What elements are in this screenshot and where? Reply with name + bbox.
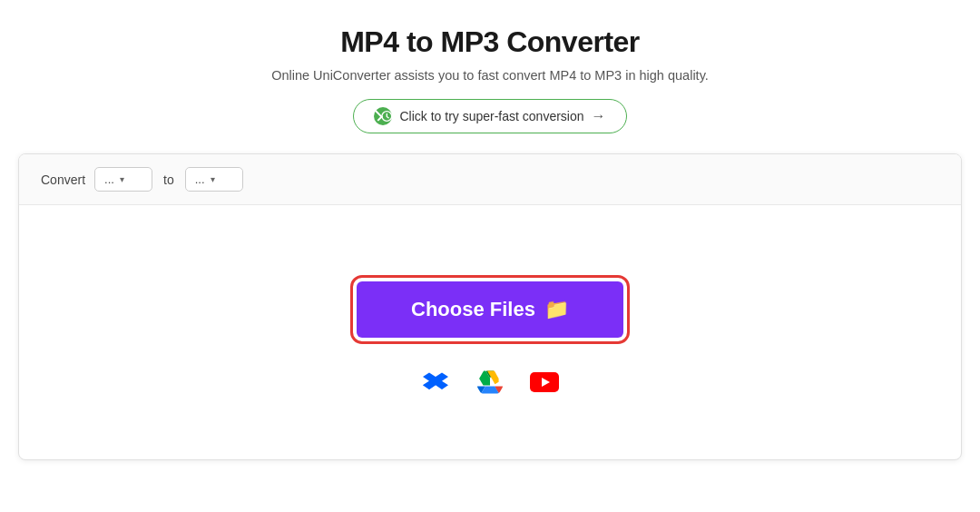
youtube-button[interactable] (525, 363, 564, 401)
to-label: to (163, 172, 174, 187)
convert-label: Convert (41, 172, 85, 187)
drop-zone: Choose Files 📁 (19, 205, 961, 459)
to-format-select[interactable]: ... ▾ (185, 167, 243, 192)
choose-files-button[interactable]: Choose Files 📁 (357, 281, 623, 338)
page-title: MP4 to MP3 Converter (340, 25, 640, 59)
to-format-chevron: ▾ (211, 174, 215, 184)
from-format-value: ... (104, 172, 114, 186)
toolbar-row: Convert ... ▾ to ... ▾ (19, 154, 961, 205)
to-format-value: ... (195, 172, 205, 186)
from-format-chevron: ▾ (120, 174, 124, 184)
subtitle: Online UniConverter assists you to fast … (271, 68, 709, 83)
from-format-select[interactable]: ... ▾ (94, 167, 152, 192)
super-fast-conversion-button[interactable]: Click to try super-fast conversion → (353, 99, 626, 133)
choose-files-label: Choose Files (411, 298, 535, 321)
cloud-icons-row (416, 363, 564, 401)
folder-icon: 📁 (544, 298, 569, 321)
main-panel: Convert ... ▾ to ... ▾ Choose Files 📁 (18, 153, 962, 460)
dropbox-button[interactable] (416, 363, 455, 401)
cta-label: Click to try super-fast conversion (399, 109, 583, 123)
page-wrapper: MP4 to MP3 Converter Online UniConverter… (0, 0, 980, 460)
clock-icon (374, 107, 392, 125)
google-drive-button[interactable] (471, 363, 509, 401)
cta-arrow: → (592, 108, 606, 124)
